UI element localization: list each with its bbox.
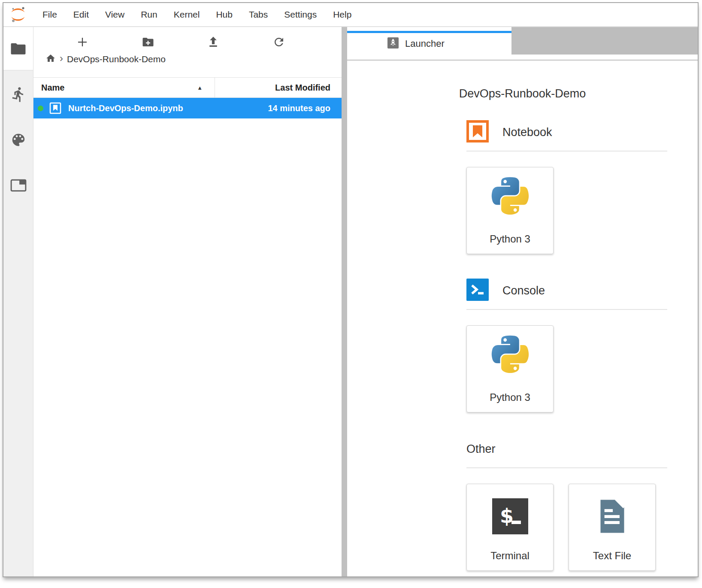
kernel-running-dot	[38, 106, 43, 111]
breadcrumb-separator: ›	[60, 53, 63, 65]
menu-bar: File Edit View Run Kernel Hub Tabs Setti…	[3, 3, 698, 27]
terminal-icon: $	[492, 498, 528, 536]
breadcrumb: › DevOps-Runbook-Demo	[33, 49, 342, 69]
text-file-icon	[593, 497, 631, 537]
folder-icon	[10, 40, 27, 57]
jupyterlab-window: File Edit View Run Kernel Hub Tabs Setti…	[3, 2, 699, 577]
command-palette-icon[interactable]	[10, 131, 27, 149]
sidebar-tab-file-browser[interactable]	[3, 27, 33, 70]
breadcrumb-current-folder[interactable]: DevOps-Runbook-Demo	[67, 54, 166, 64]
menu-item-kernel[interactable]: Kernel	[166, 3, 208, 26]
launcher-section-console: Console	[466, 279, 667, 412]
running-sessions-icon[interactable]	[10, 86, 27, 103]
dock-panel-divider	[347, 55, 698, 61]
section-label-notebook: Notebook	[502, 126, 552, 139]
launcher-card-console-python3[interactable]: Python 3	[466, 325, 554, 412]
launcher-tab-label: Launcher	[405, 38, 445, 49]
menu-item-help[interactable]: Help	[325, 3, 360, 26]
tab-bar-empty-area	[511, 27, 698, 55]
jupyter-logo-icon	[9, 6, 27, 23]
menu-item-tabs[interactable]: Tabs	[241, 3, 276, 26]
section-label-other: Other	[466, 443, 496, 456]
file-name: Nurtch-DevOps-Demo.ipynb	[68, 103, 183, 113]
file-last-modified: 14 minutes ago	[268, 103, 342, 113]
upload-icon	[207, 36, 220, 48]
launcher-card-notebook-python3[interactable]: Python 3	[466, 167, 554, 254]
section-divider	[466, 467, 667, 468]
launcher-cwd-title: DevOps-Runbook-Demo	[347, 87, 698, 100]
sort-ascending-icon: ▲	[197, 85, 215, 91]
dock-tab-bar: Launcher	[347, 27, 698, 55]
section-divider	[466, 151, 667, 152]
left-sidebar	[3, 27, 33, 576]
launcher-section-notebook: Notebook	[466, 121, 667, 254]
section-label-console: Console	[502, 284, 545, 297]
new-launcher-button[interactable]	[76, 35, 89, 49]
launcher-panel: DevOps-Runbook-Demo Notebook	[347, 61, 698, 576]
launcher-card-text-file[interactable]: Text File	[569, 484, 656, 571]
menu-item-hub[interactable]: Hub	[208, 3, 241, 26]
notebook-file-icon	[49, 102, 61, 114]
launcher-card-terminal[interactable]: $ Terminal	[466, 484, 554, 571]
launcher-section-other: Other $	[466, 438, 667, 571]
menu-item-run[interactable]: Run	[133, 3, 166, 26]
file-browser-panel: › DevOps-Runbook-Demo Name ▲ Last Modifi…	[33, 27, 342, 576]
menu-item-file[interactable]: File	[34, 3, 65, 26]
main-dock-panel: Launcher DevOps-Runbook-Demo	[347, 27, 698, 576]
open-tabs-icon[interactable]	[10, 177, 27, 194]
card-label: Terminal	[467, 550, 553, 570]
refresh-icon	[272, 36, 285, 48]
file-list-header: Name ▲ Last Modified	[33, 77, 342, 98]
column-header-name[interactable]: Name ▲	[33, 78, 215, 97]
panel-splitter-handle[interactable]	[342, 27, 347, 576]
python-logo-icon	[487, 335, 533, 383]
card-label: Text File	[569, 550, 655, 570]
console-icon	[466, 279, 489, 303]
card-label: Python 3	[467, 391, 553, 412]
sidebar-tabs	[3, 70, 33, 576]
tab-launcher[interactable]: Launcher	[347, 31, 511, 55]
notebook-icon	[466, 120, 489, 144]
plus-icon	[76, 36, 89, 48]
refresh-button[interactable]	[272, 35, 286, 49]
menu-items: File Edit View Run Kernel Hub Tabs Setti…	[34, 3, 360, 26]
python-logo-icon	[487, 176, 533, 224]
file-browser-toolbar	[33, 27, 342, 49]
section-divider	[466, 309, 667, 310]
file-row-notebook[interactable]: Nurtch-DevOps-Demo.ipynb 14 minutes ago	[33, 98, 342, 118]
upload-button[interactable]	[206, 35, 220, 49]
column-header-last-modified[interactable]: Last Modified	[215, 78, 342, 97]
new-folder-button[interactable]	[141, 35, 155, 49]
new-folder-icon	[142, 36, 154, 48]
card-label: Python 3	[467, 233, 553, 254]
menu-item-edit[interactable]: Edit	[65, 3, 97, 26]
launcher-tab-rocket-icon	[387, 37, 399, 50]
home-icon[interactable]	[45, 53, 56, 66]
menu-item-view[interactable]: View	[97, 3, 133, 26]
menu-item-settings[interactable]: Settings	[276, 3, 325, 26]
